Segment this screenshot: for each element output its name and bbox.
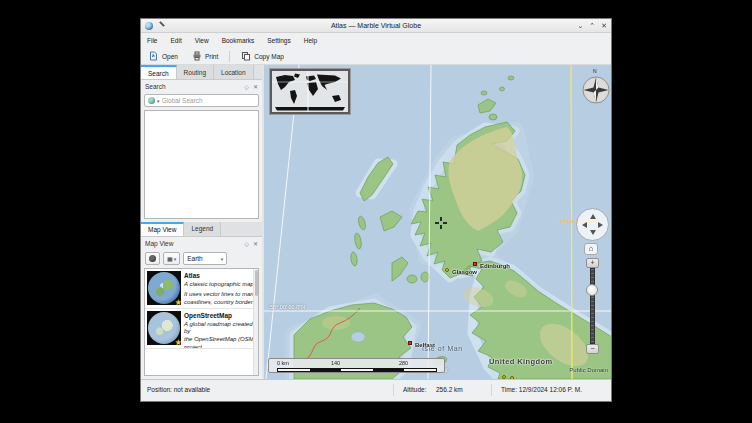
- search-panel-title: Search: [145, 83, 166, 90]
- open-label: Open: [162, 53, 178, 60]
- minimize-button[interactable]: ⌄: [577, 20, 583, 32]
- open-icon: [149, 51, 159, 61]
- close-panel-icon[interactable]: ✕: [253, 83, 258, 90]
- pan-right-icon[interactable]: [598, 222, 603, 228]
- chevron-down-icon: ▾: [174, 256, 177, 262]
- united-kingdom-label: United Kingdom: [489, 357, 553, 366]
- search-input[interactable]: [162, 97, 255, 104]
- pan-left-icon[interactable]: [582, 222, 587, 228]
- close-panel-icon[interactable]: ✕: [253, 240, 258, 247]
- statusbar-separator: [393, 384, 394, 396]
- atlas-thumbnail: ★: [147, 271, 181, 305]
- compass-rose[interactable]: [582, 76, 610, 108]
- city-marker[interactable]: [502, 375, 506, 379]
- global-search-box[interactable]: ▾: [144, 94, 259, 107]
- celestial-body-select[interactable]: Earth ▾: [183, 252, 227, 265]
- pan-down-icon[interactable]: [590, 230, 596, 235]
- search-scope-globe-icon: [148, 97, 155, 104]
- scrollbar-thumb[interactable]: [255, 270, 258, 296]
- map-center-crosshair: [435, 217, 447, 229]
- menu-bar: File Edit View Bookmarks Settings Help: [141, 33, 611, 48]
- desktop-background: Atlas — Marble Virtual Globe ⌄ ⌃ ✕ File …: [0, 0, 752, 423]
- open-button[interactable]: Open: [146, 49, 181, 63]
- map-view-controls: ▦ ▾ Earth ▾: [141, 250, 262, 268]
- zoom-slider-track[interactable]: [590, 268, 595, 344]
- zoom-in-button[interactable]: +: [586, 258, 599, 268]
- pan-control[interactable]: [576, 208, 609, 241]
- theme-description: A classic topographic map. It uses vecto…: [184, 281, 256, 307]
- map-canvas[interactable]: N 55° 00' 00.0"N 5° 00' 00.0"W Prime Mer…: [264, 65, 611, 379]
- favorite-star-icon[interactable]: ★: [175, 298, 182, 307]
- favorite-star-icon[interactable]: ★: [175, 338, 182, 347]
- map-view-panel-title: Map View: [145, 240, 173, 247]
- overview-map[interactable]: [270, 69, 350, 114]
- menu-settings[interactable]: Settings: [267, 37, 291, 44]
- theme-item-openstreetmap[interactable]: ★ OpenStreetMap A global roadmap created…: [145, 309, 258, 349]
- world-map-inset: [272, 71, 348, 112]
- theme-list-scrollbar[interactable]: [253, 269, 258, 376]
- print-button[interactable]: Print: [189, 49, 221, 63]
- toolbar-separator: [229, 51, 230, 62]
- altitude-status-value: 256.2 km: [436, 386, 463, 393]
- globe-projection-button[interactable]: [145, 252, 160, 265]
- tab-map-view[interactable]: Map View: [141, 222, 184, 236]
- glasgow-marker[interactable]: [445, 268, 449, 272]
- search-panel-header: Search ◇ ✕: [141, 80, 262, 93]
- altitude-status-label: Altitude:: [403, 386, 427, 393]
- tab-legend[interactable]: Legend: [184, 222, 221, 236]
- menu-edit[interactable]: Edit: [170, 37, 181, 44]
- search-results-list[interactable]: [144, 110, 259, 219]
- sidebar: Search Routing Location Search ◇ ✕ ▾: [141, 65, 262, 379]
- copy-icon: [241, 51, 251, 61]
- city-marker[interactable]: [510, 376, 514, 379]
- tool-bar: Open Print Copy Map: [141, 48, 611, 65]
- home-button[interactable]: ⌂: [584, 243, 598, 255]
- sidebar-bottom-tabs: Map View Legend: [141, 222, 262, 237]
- tab-search[interactable]: Search: [141, 65, 177, 79]
- float-panel-icon[interactable]: ◇: [244, 83, 249, 90]
- zoom-out-button[interactable]: −: [586, 344, 599, 354]
- compass-north-label: N: [593, 68, 597, 74]
- menu-bookmarks[interactable]: Bookmarks: [222, 37, 255, 44]
- belfast-marker[interactable]: [408, 341, 412, 345]
- glasgow-label: Glasgow: [452, 269, 477, 275]
- belfast-label: Belfast: [415, 342, 435, 348]
- close-button[interactable]: ✕: [601, 20, 607, 32]
- print-label: Print: [205, 53, 218, 60]
- menu-file[interactable]: File: [147, 37, 157, 44]
- title-bar[interactable]: Atlas — Marble Virtual Globe ⌄ ⌃ ✕: [141, 19, 611, 33]
- view-mode-button[interactable]: ▦ ▾: [163, 252, 180, 265]
- status-bar: Position: not available Altitude: 256.2 …: [141, 379, 611, 401]
- zoom-slider-thumb[interactable]: [586, 284, 598, 296]
- print-icon: [192, 51, 202, 61]
- sidebar-top-tabs: Search Routing Location: [141, 65, 262, 80]
- tab-routing[interactable]: Routing: [177, 65, 214, 79]
- map-view-panel-header: Map View ◇ ✕: [141, 237, 262, 250]
- time-status: Time: 12/9/2024 12:06 P. M.: [501, 386, 582, 393]
- theme-title: Atlas: [184, 272, 256, 279]
- edinburgh-label: Edinburgh: [480, 263, 510, 269]
- window-title: Atlas — Marble Virtual Globe: [141, 22, 611, 29]
- attribution-label: Public Domain: [569, 367, 608, 373]
- copy-map-button[interactable]: Copy Map: [238, 49, 287, 63]
- grid-icon: ▦: [167, 255, 173, 262]
- float-panel-icon[interactable]: ◇: [244, 240, 249, 247]
- chevron-down-icon: ▾: [221, 256, 224, 262]
- globe-icon: [149, 255, 156, 262]
- osm-thumbnail: ★: [147, 311, 181, 345]
- scale-bar-segments: [277, 368, 437, 372]
- tab-location[interactable]: Location: [214, 65, 254, 79]
- theme-item-atlas[interactable]: ★ Atlas A classic topographic map. It us…: [145, 269, 258, 309]
- edinburgh-marker[interactable]: [473, 262, 477, 266]
- scale-tick-140: 140: [331, 360, 340, 366]
- search-scope-chevron-icon[interactable]: ▾: [157, 98, 160, 104]
- pan-up-icon[interactable]: [590, 214, 596, 219]
- marble-window: Atlas — Marble Virtual Globe ⌄ ⌃ ✕ File …: [140, 18, 612, 402]
- copy-map-label: Copy Map: [254, 53, 284, 60]
- maximize-button[interactable]: ⌃: [589, 20, 595, 32]
- menu-help[interactable]: Help: [304, 37, 317, 44]
- map-theme-list: ★ Atlas A classic topographic map. It us…: [144, 268, 259, 377]
- scale-bar: 0 km 140 280: [268, 358, 445, 373]
- scale-tick-0: 0 km: [277, 360, 289, 366]
- menu-view[interactable]: View: [195, 37, 209, 44]
